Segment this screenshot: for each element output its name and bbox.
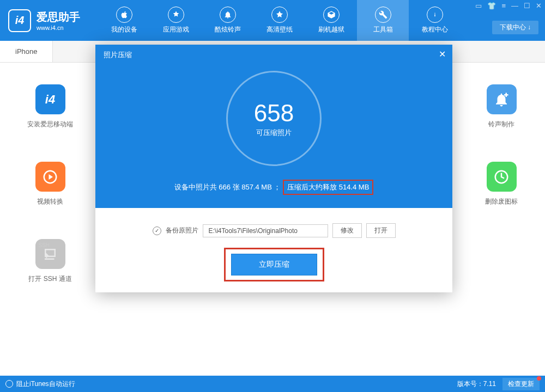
tool-label: 打开 SSH 通道 <box>28 274 71 284</box>
box-icon <box>323 7 340 23</box>
minimize-icon[interactable]: — <box>511 2 518 10</box>
play-icon <box>35 162 65 192</box>
nav-wallpapers[interactable]: 高清壁纸 <box>253 0 305 41</box>
main-nav: 我的设备 应用游戏 酷炫铃声 高清壁纸 刷机越狱 工具箱 教程中心 <box>98 0 461 41</box>
open-path-button[interactable]: 打开 <box>366 223 396 238</box>
check-update-button[interactable]: 检查更新 <box>502 378 540 390</box>
close-icon[interactable]: ✕ <box>536 2 542 10</box>
logo-en: www.i4.cn <box>37 24 80 31</box>
modal-close-button[interactable]: ✕ <box>439 49 446 59</box>
itunes-toggle-icon[interactable] <box>5 380 13 388</box>
tools-icon <box>375 7 391 23</box>
nav-toolbox[interactable]: 工具箱 <box>357 0 409 41</box>
info-icon <box>427 7 443 23</box>
terminal-icon: SSH <box>35 239 65 269</box>
compress-button-highlight: 立即压缩 <box>224 248 324 281</box>
compress-count-circle: 658 可压缩照片 <box>226 71 322 166</box>
feedback-icon[interactable]: ▭ <box>475 2 482 10</box>
backup-label: 备份原照片 <box>166 226 198 235</box>
update-notification-dot <box>537 376 541 381</box>
photo-info-line: 设备中照片共 666 张 857.4 MB ； 压缩后大约释放 514.4 MB <box>95 180 452 195</box>
window-controls: ▭ 👕 ≡ — ☐ ✕ <box>475 2 542 10</box>
apple-icon <box>116 7 132 23</box>
modal-title: 照片压缩 <box>95 45 452 65</box>
appstore-icon <box>168 7 184 23</box>
tool-label: 铃声制作 <box>488 120 514 129</box>
tool-install-mobile[interactable]: i4 安装爱思移动端 <box>27 84 73 129</box>
modal-head: 照片压缩 ✕ 658 可压缩照片 设备中照片共 666 张 857.4 MB ；… <box>95 45 452 208</box>
tool-label: 视频转换 <box>37 197 63 206</box>
maximize-icon[interactable]: ☐ <box>524 2 530 10</box>
left-tools-column: i4 安装爱思移动端 视频转换 SSH 打开 SSH 通道 <box>27 84 73 284</box>
tool-label: 安装爱思移动端 <box>27 120 73 129</box>
menu-icon[interactable]: ≡ <box>501 2 506 10</box>
photo-info-prefix: 设备中照片共 666 张 857.4 MB ； <box>174 183 281 191</box>
release-size-highlight: 压缩后大约释放 514.4 MB <box>283 180 373 195</box>
logo-area: i4 爱思助手 www.i4.cn <box>0 9 98 32</box>
logo-zh: 爱思助手 <box>37 10 80 24</box>
update-label: 检查更新 <box>508 380 534 388</box>
nav-tutorials[interactable]: 教程中心 <box>409 0 461 41</box>
nav-label: 我的设备 <box>111 25 137 34</box>
tool-ringtone-maker[interactable]: 铃声制作 <box>485 84 518 129</box>
itunes-block-label[interactable]: 阻止iTunes自动运行 <box>16 379 75 389</box>
nav-app-games[interactable]: 应用游戏 <box>150 0 202 41</box>
modify-path-button[interactable]: 修改 <box>332 223 362 238</box>
footer-left: 阻止iTunes自动运行 <box>5 379 75 389</box>
version-label: 版本号：7.11 <box>457 379 496 389</box>
logo-badge: i4 <box>8 9 31 32</box>
clock-icon <box>487 162 517 192</box>
tool-label: 删除废图标 <box>485 197 518 206</box>
image-icon <box>271 7 288 23</box>
tool-delete-invalid-icons[interactable]: 删除废图标 <box>485 162 518 206</box>
bell-icon <box>220 7 236 23</box>
nav-my-device[interactable]: 我的设备 <box>98 0 150 41</box>
photo-compress-modal: 照片压缩 ✕ 658 可压缩照片 设备中照片共 666 张 857.4 MB ；… <box>95 45 452 292</box>
app-header: i4 爱思助手 www.i4.cn 我的设备 应用游戏 酷炫铃声 高清壁纸 刷机… <box>0 0 545 41</box>
nav-label: 教程中心 <box>422 25 448 34</box>
tab-iphone[interactable]: iPhone <box>0 41 53 62</box>
right-tools-column: 铃声制作 删除废图标 <box>485 84 518 284</box>
backup-row: ✓ 备份原照片 E:\i4Tools7\Files\OriginalPhoto … <box>106 223 441 238</box>
skin-icon[interactable]: 👕 <box>487 2 496 10</box>
compress-count-label: 可压缩照片 <box>256 128 292 138</box>
download-center-button[interactable]: 下载中心 ↓ <box>492 21 538 34</box>
nav-label: 工具箱 <box>373 25 393 34</box>
tool-ssh-tunnel[interactable]: SSH 打开 SSH 通道 <box>27 239 73 284</box>
i4-icon: i4 <box>35 84 65 114</box>
nav-ringtones[interactable]: 酷炫铃声 <box>202 0 253 41</box>
logo-text: 爱思助手 www.i4.cn <box>37 10 80 31</box>
nav-label: 高清壁纸 <box>267 25 293 34</box>
nav-flash-jailbreak[interactable]: 刷机越狱 <box>305 0 357 41</box>
compress-count: 658 <box>254 100 294 127</box>
compress-now-button[interactable]: 立即压缩 <box>231 254 317 275</box>
footer-right: 版本号：7.11 检查更新 <box>457 378 540 390</box>
tool-video-convert[interactable]: 视频转换 <box>27 162 73 206</box>
modal-body: ✓ 备份原照片 E:\i4Tools7\Files\OriginalPhoto … <box>95 208 452 297</box>
nav-label: 刷机越狱 <box>318 25 344 34</box>
nav-label: 酷炫铃声 <box>215 25 241 34</box>
bell-plus-icon <box>487 84 517 114</box>
status-bar: 阻止iTunes自动运行 版本号：7.11 检查更新 <box>0 376 545 392</box>
backup-checkbox[interactable]: ✓ <box>153 226 161 235</box>
nav-label: 应用游戏 <box>163 25 189 34</box>
backup-path-input[interactable]: E:\i4Tools7\Files\OriginalPhoto <box>203 224 328 237</box>
